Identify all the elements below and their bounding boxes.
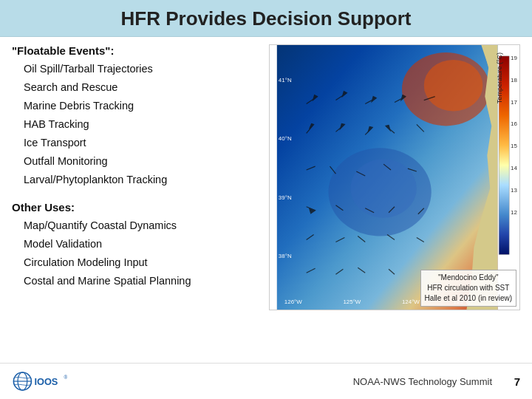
header: HFR Provides Decision Support xyxy=(0,0,532,37)
caption-line2: HFR circulation with SST xyxy=(427,284,509,292)
right-panel: 41°N 40°N 39°N 38°N 126°W 125°W 124°W 12… xyxy=(248,44,520,358)
svg-text:14: 14 xyxy=(511,165,517,171)
svg-point-3 xyxy=(424,60,483,112)
svg-text:41°N: 41°N xyxy=(279,77,292,83)
list-item: Circulation Modeling Input xyxy=(12,255,241,270)
svg-text:126°W: 126°W xyxy=(284,299,302,305)
svg-text:15: 15 xyxy=(511,143,517,149)
svg-text:38°N: 38°N xyxy=(279,253,292,259)
ioos-logo-container: IOOS ® xyxy=(12,368,71,395)
left-panel: "Floatable Events": Oil Spill/Tarball Tr… xyxy=(12,44,241,358)
list-item: Larval/Phytoplankton Tracking xyxy=(12,172,241,188)
page-number: 7 xyxy=(507,375,520,388)
svg-text:124°W: 124°W xyxy=(402,299,420,305)
map-caption: "Mendocino Eddy" HFR circulation with SS… xyxy=(420,270,516,307)
main-content: "Floatable Events": Oil Spill/Tarball Tr… xyxy=(0,37,532,358)
svg-text:125°W: 125°W xyxy=(343,299,361,305)
ioos-logo: IOOS ® xyxy=(12,368,71,395)
list-item: Model Validation xyxy=(12,236,241,252)
list-item: Marine Debris Tracking xyxy=(12,98,241,114)
list-item: Oil Spill/Tarball Trajectories xyxy=(12,61,241,77)
svg-text:17: 17 xyxy=(511,99,517,106)
list-item: HAB Tracking xyxy=(12,117,241,132)
page-title: HFR Provides Decision Support xyxy=(0,7,532,30)
caption-line3: Halle et al 2010 (in review) xyxy=(425,294,512,302)
list-item: Costal and Marine Spatial Planning xyxy=(12,273,241,289)
map-container: 41°N 40°N 39°N 38°N 126°W 125°W 124°W 12… xyxy=(269,44,520,310)
svg-text:IOOS: IOOS xyxy=(34,376,58,387)
caption-line1: "Mendocino Eddy" xyxy=(438,273,499,282)
list-item: Map/Quantify Coastal Dynamics xyxy=(12,218,241,233)
list-item: Search and Rescue xyxy=(12,80,241,95)
list-item: Outfall Monitoring xyxy=(12,154,241,169)
svg-text:40°N: 40°N xyxy=(279,135,292,142)
floatable-section-title: "Floatable Events": xyxy=(12,44,241,57)
footer: IOOS ® NOAA-NWS Technology Summit 7 xyxy=(0,363,532,399)
svg-text:18: 18 xyxy=(511,77,517,83)
other-section-title: Other Uses: xyxy=(12,201,241,214)
list-item: Ice Transport xyxy=(12,135,241,151)
svg-text:19: 19 xyxy=(511,55,517,61)
page: HFR Provides Decision Support "Floatable… xyxy=(0,0,532,399)
footer-right: NOAA-NWS Technology Summit 7 xyxy=(353,375,520,388)
colorbar-label: Temperature (°C) xyxy=(496,52,503,103)
footer-attribution: NOAA-NWS Technology Summit xyxy=(353,376,492,387)
svg-text:39°N: 39°N xyxy=(279,194,292,201)
svg-text:13: 13 xyxy=(511,187,517,194)
svg-text:®: ® xyxy=(64,375,67,380)
svg-text:12: 12 xyxy=(511,209,517,216)
svg-point-5 xyxy=(350,159,416,218)
svg-text:16: 16 xyxy=(511,120,517,127)
